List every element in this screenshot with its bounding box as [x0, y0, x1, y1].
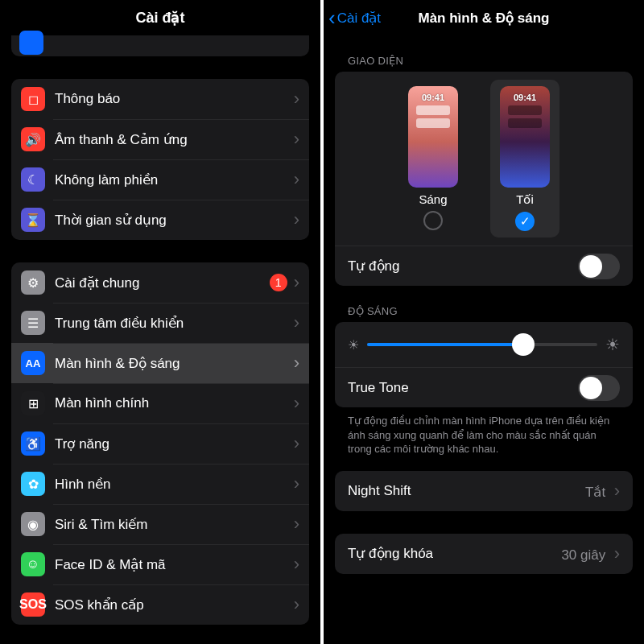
brightness-slider-row: ☀ ☀ [335, 322, 633, 367]
truetone-toggle[interactable] [578, 375, 620, 401]
settings-row-label: Thời gian sử dụng [55, 212, 294, 229]
appearance-light-label: Sáng [408, 192, 458, 206]
settings-row-label: Màn hình chính [55, 395, 294, 411]
tro-nang-icon: ♿ [21, 431, 45, 456]
settings-row-siri[interactable]: ◉Siri & Tìm kiếm› [11, 504, 309, 544]
sun-small-icon: ☀ [348, 337, 359, 353]
chevron-right-icon: › [614, 481, 620, 501]
autolock-row[interactable]: Tự động khóa 30 giây › [335, 534, 633, 574]
automatic-toggle[interactable] [578, 254, 620, 279]
autolock-label: Tự động khóa [348, 545, 433, 562]
chevron-right-icon: › [294, 312, 299, 333]
settings-row-tro-nang[interactable]: ♿Trợ năng› [11, 423, 309, 464]
settings-row-label: Màn hình & Độ sáng [55, 355, 294, 372]
list-item-vpn-partial[interactable] [11, 35, 309, 56]
radio-dark[interactable]: ✓ [515, 212, 535, 231]
settings-row-label: Thông báo [55, 91, 294, 107]
automatic-label: Tự động [348, 258, 399, 275]
cai-dat-chung-icon: ⚙ [21, 270, 45, 295]
settings-row-khong-lam-phien[interactable]: ☾Không làm phiền› [11, 159, 309, 200]
chevron-right-icon: › [294, 433, 299, 454]
settings-row-cai-dat-chung[interactable]: ⚙Cài đặt chung1› [11, 262, 309, 303]
settings-row-man-hinh-do-sang[interactable]: AAMàn hình & Độ sáng› [11, 343, 309, 383]
chevron-right-icon: › [294, 272, 299, 293]
chevron-right-icon: › [294, 393, 299, 414]
section-header-appearance: GIAO DIỆN [324, 35, 644, 72]
vpn-icon [19, 31, 43, 55]
settings-group: ◻Thông báo›🔊Âm thanh & Cảm ứng›☾Không là… [11, 79, 309, 240]
truetone-row[interactable]: True Tone [335, 367, 633, 407]
siri-icon: ◉ [21, 512, 45, 536]
hinh-nen-icon: ✿ [21, 472, 45, 496]
settings-row-label: Trợ năng [55, 436, 294, 452]
chevron-right-icon: › [294, 473, 299, 494]
sun-large-icon: ☀ [605, 335, 620, 354]
automatic-row[interactable]: Tự động [335, 246, 633, 286]
man-hinh-chinh-icon: ⊞ [21, 391, 45, 415]
appearance-option-dark[interactable]: 09:41 Tối ✓ [490, 80, 559, 237]
settings-row-label: SOS khẩn cấp [55, 597, 294, 613]
chevron-right-icon: › [294, 514, 299, 535]
thong-bao-icon: ◻ [21, 87, 45, 111]
appearance-dark-label: Tối [500, 192, 550, 207]
chevron-right-icon: › [294, 353, 299, 374]
back-button[interactable]: ‹ Cài đặt [328, 0, 381, 35]
face-id-icon: ☺ [21, 552, 45, 576]
settings-row-label: Siri & Tìm kiếm [55, 516, 294, 533]
badge: 1 [270, 274, 287, 291]
settings-row-am-thanh[interactable]: 🔊Âm thanh & Cảm ứng› [11, 119, 309, 159]
settings-row-label: Âm thanh & Cảm ứng [55, 131, 294, 148]
nightshift-row[interactable]: Night Shift Tắt › [335, 471, 633, 511]
settings-row-face-id[interactable]: ☺Face ID & Mật mã› [11, 544, 309, 584]
nightshift-label: Night Shift [348, 483, 411, 499]
autolock-panel: Tự động khóa 30 giây › [335, 534, 633, 574]
settings-row-man-hinh-chinh[interactable]: ⊞Màn hình chính› [11, 383, 309, 423]
appearance-option-light[interactable]: 09:41 Sáng [408, 86, 458, 237]
chevron-right-icon: › [294, 89, 299, 109]
nav-header: ‹ Cài đặt Màn hình & Độ sáng [324, 0, 644, 35]
page-title: Cài đặt [0, 0, 320, 35]
settings-row-thoi-gian[interactable]: ⌛Thời gian sử dụng› [11, 200, 309, 240]
settings-row-label: Trung tâm điều khiển [55, 315, 294, 332]
preview-dark-icon: 09:41 [500, 86, 550, 188]
brightness-panel: ☀ ☀ True Tone [335, 322, 633, 407]
radio-light[interactable] [423, 211, 443, 230]
truetone-note: Tự động điều chỉnh màn hình iPhone dựa t… [324, 407, 644, 456]
nightshift-value: Tắt [585, 485, 605, 500]
man-hinh-do-sang-icon: AA [21, 351, 45, 375]
chevron-right-icon: › [294, 129, 299, 150]
chevron-right-icon: › [294, 169, 299, 190]
khong-lam-phien-icon: ☾ [21, 167, 45, 192]
appearance-panel: 09:41 Sáng 09:41 Tối ✓ Tự động [335, 72, 633, 286]
chevron-right-icon: › [294, 594, 299, 615]
nightshift-panel: Night Shift Tắt › [335, 471, 633, 511]
settings-pane: Cài đặt ◻Thông báo›🔊Âm thanh & Cảm ứng›☾… [0, 0, 320, 644]
trung-tam-icon: ☰ [21, 311, 45, 335]
thoi-gian-icon: ⌛ [21, 208, 45, 232]
chevron-right-icon: › [294, 209, 299, 230]
am-thanh-icon: 🔊 [21, 127, 45, 151]
sos-icon: SOS [21, 592, 45, 617]
settings-group: ⚙Cài đặt chung1›☰Trung tâm điều khiển›AA… [11, 262, 309, 625]
settings-row-hinh-nen[interactable]: ✿Hình nền› [11, 464, 309, 504]
back-label: Cài đặt [337, 10, 381, 27]
display-brightness-pane: ‹ Cài đặt Màn hình & Độ sáng GIAO DIỆN 0… [324, 0, 644, 644]
chevron-right-icon: › [294, 554, 299, 575]
settings-row-sos[interactable]: SOSSOS khẩn cấp› [11, 584, 309, 625]
preview-light-icon: 09:41 [408, 86, 458, 188]
settings-row-label: Không làm phiền [55, 171, 294, 188]
settings-row-label: Face ID & Mật mã [55, 556, 294, 573]
settings-row-label: Hình nền [55, 476, 294, 493]
chevron-left-icon: ‹ [328, 6, 336, 31]
truetone-label: True Tone [348, 380, 409, 396]
chevron-right-icon: › [614, 543, 620, 564]
settings-row-trung-tam[interactable]: ☰Trung tâm điều khiển› [11, 303, 309, 343]
settings-row-label: Cài đặt chung [55, 275, 270, 291]
section-header-brightness: ĐỘ SÁNG [324, 286, 644, 322]
settings-row-thong-bao[interactable]: ◻Thông báo› [11, 79, 309, 119]
brightness-slider[interactable] [367, 343, 597, 346]
autolock-value: 30 giây [561, 547, 605, 563]
